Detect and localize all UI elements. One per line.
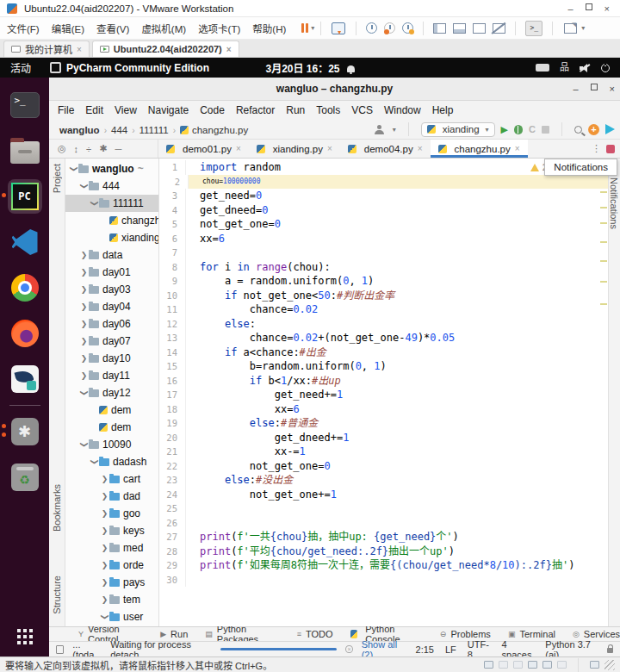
tree-item-day11[interactable]: ❯day11: [65, 367, 158, 384]
menu-item-navigate[interactable]: Navigate: [148, 104, 189, 116]
tree-item-tem[interactable]: ❯tem: [65, 591, 158, 608]
keyboard-layout-icon[interactable]: [536, 64, 549, 72]
show-thumbnail-bar-icon[interactable]: [453, 23, 466, 34]
dock-pycharm[interactable]: PC: [8, 179, 42, 214]
chevron-collapsed-icon[interactable]: ❯: [100, 595, 109, 604]
editor-tab-demo01-py[interactable]: demo01.py×: [158, 140, 249, 158]
unity-mode-icon[interactable]: [493, 23, 505, 34]
menu-item-vcs[interactable]: VCS: [351, 104, 373, 116]
close-tab-icon[interactable]: ×: [236, 144, 241, 153]
tree-item-dad[interactable]: ❯dad: [65, 488, 158, 505]
status-item[interactable]: LF: [445, 644, 456, 655]
tool-tab-notifications[interactable]: Notifications: [609, 177, 619, 229]
vmware-menu-item[interactable]: 虚拟机(M): [141, 24, 186, 34]
breadcrumb-item[interactable]: 444: [111, 125, 127, 135]
chevron-collapsed-icon[interactable]: ❯: [79, 251, 89, 259]
breadcrumb-item[interactable]: wangluo: [59, 125, 100, 135]
chevron-expanded-icon[interactable]: ❯: [80, 182, 89, 191]
focused-app-title[interactable]: PyCharm Community Edition: [66, 62, 209, 74]
chevron-collapsed-icon[interactable]: ❯: [100, 509, 109, 518]
sound-icon[interactable]: [557, 661, 567, 669]
chevron-collapsed-icon[interactable]: ❯: [79, 285, 89, 294]
layout-icon[interactable]: [56, 645, 64, 654]
pycharm-minimize-button[interactable]: –: [573, 84, 578, 94]
tree-item-pays[interactable]: ❯pays: [65, 574, 158, 591]
tool-tab-terminal[interactable]: ▣Terminal: [508, 629, 555, 639]
run-button[interactable]: ▶: [501, 124, 508, 135]
debug-button[interactable]: [514, 125, 523, 134]
dock-mysql-workbench[interactable]: [8, 362, 42, 396]
manage-snapshots-icon[interactable]: [402, 22, 413, 34]
tree-item-user[interactable]: ❯user: [65, 608, 158, 625]
tree-item-day07[interactable]: ❯day07: [65, 333, 158, 350]
vmware-menu-item[interactable]: 查看(V): [96, 24, 129, 34]
chevron-collapsed-icon[interactable]: ❯: [79, 354, 89, 363]
fit-dropdown-icon[interactable]: ▾: [581, 24, 585, 32]
usb-icon[interactable]: [513, 661, 523, 669]
dock-chrome[interactable]: [8, 271, 42, 305]
pause-dropdown-icon[interactable]: ▾: [311, 24, 314, 32]
tree-item-data[interactable]: ❯data: [65, 246, 158, 264]
chevron-collapsed-icon[interactable]: ❯: [100, 475, 109, 483]
fullscreen-icon[interactable]: [473, 23, 486, 34]
printer-icon[interactable]: [542, 661, 552, 669]
network-icon[interactable]: 品: [560, 63, 569, 72]
tool-tab-services[interactable]: ◎Services: [573, 629, 620, 639]
vmware-close-button[interactable]: ×: [604, 3, 610, 14]
tree-item-dem[interactable]: dem: [65, 401, 158, 419]
chevron-collapsed-icon[interactable]: ❯: [79, 371, 89, 380]
hard-disk-icon[interactable]: [484, 661, 493, 669]
user-account-icon[interactable]: [375, 125, 384, 134]
tab-my-computer[interactable]: 我的计算机 ×: [3, 40, 90, 57]
tree-item-goo[interactable]: ❯goo: [65, 505, 158, 522]
chevron-collapsed-icon[interactable]: ❯: [100, 526, 109, 535]
tree-item-day04[interactable]: ❯day04: [65, 298, 158, 315]
send-ctrl-alt-del-icon[interactable]: [332, 22, 345, 34]
dock-firefox[interactable]: [8, 316, 42, 351]
tree-item-xianding.py[interactable]: xianding.py: [65, 229, 158, 246]
breadcrumb-item[interactable]: 111111: [140, 125, 169, 135]
status-item[interactable]: 2:15: [416, 644, 434, 655]
revert-snapshot-icon[interactable]: [384, 22, 395, 34]
event-log-icon[interactable]: [606, 145, 615, 153]
console-view-button[interactable]: >_: [525, 21, 542, 36]
vmware-menu-item[interactable]: 帮助(H): [252, 24, 286, 34]
dock-trash[interactable]: ♻: [8, 460, 42, 495]
take-snapshot-icon[interactable]: [366, 22, 377, 34]
vmware-minimize-button[interactable]: –: [567, 3, 573, 14]
vmware-menu-item[interactable]: 编辑(E): [52, 24, 84, 34]
menu-item-window[interactable]: Window: [384, 104, 421, 116]
vmware-menu-item[interactable]: 选项卡(T): [198, 24, 240, 34]
code-area[interactable]: 1import random2chou=1000000003get_need=0…: [159, 160, 608, 587]
tree-item-keys[interactable]: ❯keys: [65, 522, 158, 539]
show-applications-icon[interactable]: [17, 629, 33, 644]
editor-tab-changzhu-py[interactable]: changzhu.py×: [431, 140, 528, 158]
expand-all-icon[interactable]: ↕: [74, 144, 79, 154]
sound-muted-icon[interactable]: [580, 64, 591, 72]
activities-button[interactable]: 活动: [10, 60, 31, 75]
tool-tab-problems[interactable]: ⊖Problems: [440, 629, 491, 639]
tree-item-dem[interactable]: dem: [65, 419, 158, 436]
tree-item-day10[interactable]: ❯day10: [65, 350, 158, 367]
menu-item-tools[interactable]: Tools: [316, 104, 340, 116]
tree-item-444[interactable]: ❯444: [65, 177, 158, 195]
dock-settings[interactable]: ✱: [8, 414, 42, 449]
learn-ide-icon[interactable]: [605, 124, 615, 134]
vmware-menu-item[interactable]: 文件(F): [7, 24, 40, 34]
tool-tab-todo[interactable]: ≡TODO: [297, 629, 333, 639]
collapse-all-icon[interactable]: ÷: [86, 144, 91, 154]
chevron-expanded-icon[interactable]: ❯: [101, 613, 109, 622]
pycharm-close-button[interactable]: ×: [610, 84, 615, 94]
close-tab-icon[interactable]: ×: [226, 45, 232, 54]
chevron-expanded-icon[interactable]: ❯: [70, 165, 78, 174]
close-tab-icon[interactable]: ×: [515, 144, 520, 153]
dock-files[interactable]: [8, 134, 42, 168]
menu-item-run[interactable]: Run: [286, 104, 305, 116]
tree-item-111111[interactable]: ❯111111: [65, 195, 158, 212]
update-available-icon[interactable]: +: [588, 124, 599, 135]
message-icon[interactable]: [590, 661, 599, 669]
chevron-collapsed-icon[interactable]: ❯: [100, 561, 109, 569]
tree-item-day01[interactable]: ❯day01: [65, 264, 158, 281]
chevron-collapsed-icon[interactable]: ❯: [100, 544, 109, 552]
pause-vm-icon[interactable]: [301, 23, 308, 33]
